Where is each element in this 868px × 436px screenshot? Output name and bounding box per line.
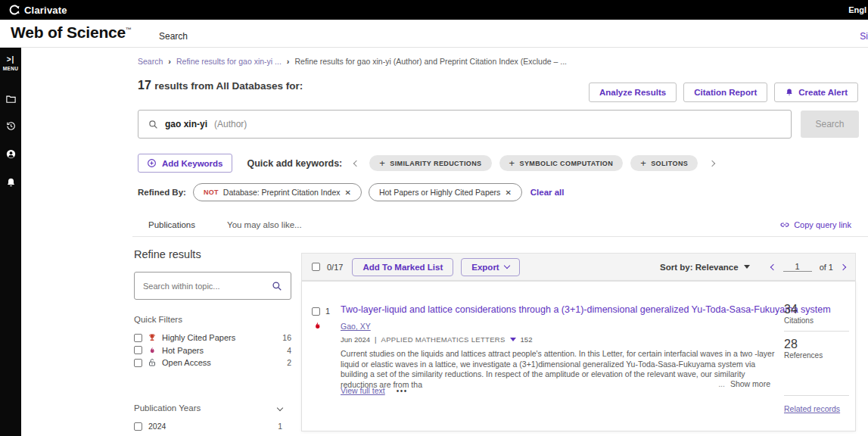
dropdown-triangle-icon <box>744 265 750 269</box>
publication-years-section[interactable]: Publication Years <box>134 403 282 413</box>
plus-circle-icon <box>147 158 157 168</box>
filter-hot-papers[interactable]: Hot Papers 4 <box>134 344 291 357</box>
more-options-button[interactable]: ••• <box>397 387 408 395</box>
menu-expand-icon: >| <box>7 55 15 64</box>
page-next-icon[interactable] <box>840 263 846 269</box>
show-more-link[interactable]: Show more <box>730 379 770 388</box>
sidebar-item-alerts[interactable] <box>0 177 21 188</box>
checkbox[interactable] <box>134 359 142 367</box>
search-query-input[interactable]: gao xin-yi (Author) <box>138 110 792 139</box>
sidebar-item-account[interactable] <box>0 148 21 160</box>
references-value[interactable]: 28 <box>784 338 849 351</box>
not-operator: NOT <box>204 188 219 196</box>
bell-icon <box>785 88 794 97</box>
selection-count: 0/17 <box>327 263 343 272</box>
record-journal[interactable]: APPLIED MATHEMATICS LETTERS <box>381 335 506 344</box>
citations-value[interactable]: 34 <box>784 303 849 316</box>
abstract-text: Current studies on the liquids and latti… <box>341 349 774 389</box>
journal-dropdown-icon[interactable] <box>510 338 516 341</box>
record-select: 1 <box>312 307 330 316</box>
refine-search-input[interactable] <box>143 282 272 291</box>
breadcrumb-refine-previous[interactable]: Refine results for gao xin-yi ... <box>176 57 282 66</box>
quick-filters-label: Quick Filters <box>134 315 291 324</box>
query-qualifier: (Author) <box>214 119 247 129</box>
checkbox[interactable] <box>134 346 142 354</box>
language-selector[interactable]: Engl <box>848 5 866 14</box>
add-keywords-button[interactable]: Add Keywords <box>138 154 232 173</box>
view-full-text-link[interactable]: View full text <box>341 386 385 395</box>
checkbox[interactable] <box>134 422 142 431</box>
add-to-marked-list-button[interactable]: Add To Marked List <box>352 258 453 276</box>
nav-tab-search[interactable]: Search <box>159 31 188 42</box>
search-icon <box>148 120 158 129</box>
page-previous-icon[interactable] <box>770 263 776 269</box>
filter-highly-cited-papers[interactable]: Highly Cited Papers 16 <box>134 332 291 344</box>
clarivate-brand-label: Clarivate <box>24 5 67 16</box>
clarivate-brand[interactable]: Clarivate <box>9 5 67 16</box>
folder-icon <box>5 93 17 104</box>
breadcrumb-search[interactable]: Search <box>138 57 163 66</box>
trophy-icon <box>148 333 157 342</box>
chevron-down-icon <box>503 263 509 269</box>
refined-by-label: Refined By: <box>138 188 186 197</box>
menu-label: MENU <box>3 66 19 71</box>
pagination: of 1 <box>771 262 845 272</box>
filter-count: 4 <box>287 346 291 355</box>
clarivate-logo-icon <box>9 5 20 15</box>
results-actions: Analyze Results Citation Report Create A… <box>589 83 858 102</box>
results-count: 17 <box>138 79 151 92</box>
sidebar-item-marked-list[interactable] <box>0 93 21 104</box>
record-author-link[interactable]: Gao, XY <box>341 322 371 331</box>
signin-link[interactable]: Si <box>860 31 868 42</box>
flame-icon <box>148 346 157 355</box>
record-position: 1 <box>325 307 330 316</box>
create-alert-label: Create Alert <box>798 88 848 97</box>
filter-open-access[interactable]: Open Access 2 <box>134 357 291 369</box>
breadcrumb-separator <box>287 57 290 66</box>
page-number-input[interactable] <box>783 262 812 272</box>
close-icon[interactable] <box>505 188 511 197</box>
filter-label: Hot Papers <box>162 346 204 355</box>
breadcrumb-current: Refine results for gao xin-yi (Author) a… <box>295 57 568 66</box>
publication-years-label: Publication Years <box>134 403 201 413</box>
select-all-checkbox[interactable] <box>312 263 320 271</box>
tab-publications[interactable]: Publications <box>148 220 195 229</box>
export-button[interactable]: Export <box>461 258 519 276</box>
copy-query-link[interactable]: Copy query link <box>779 220 851 230</box>
close-icon[interactable] <box>344 188 350 197</box>
clear-all-link[interactable]: Clear all <box>530 188 565 197</box>
search-icon[interactable] <box>272 281 282 291</box>
year-count: 1 <box>278 422 282 431</box>
citation-report-label: Citation Report <box>694 88 757 97</box>
analyze-results-button[interactable]: Analyze Results <box>589 83 677 102</box>
related-records-link[interactable]: Related records <box>784 404 840 413</box>
create-alert-button[interactable]: Create Alert <box>774 83 858 102</box>
sidebar-item-history[interactable] <box>0 120 21 132</box>
keyword-pill-symbolic-computation[interactable]: SYMBOLIC COMPUTATION <box>499 155 624 171</box>
search-button[interactable]: Search <box>801 111 859 138</box>
record-source-line: Jun 2024 | APPLIED MATHEMATICS LETTERS 1… <box>341 335 532 344</box>
related-records: Related records <box>784 395 849 415</box>
plus-icon <box>640 158 646 168</box>
result-record-card: 1 Two-layer-liquid and lattice considera… <box>301 281 856 431</box>
record-title-link[interactable]: Two-layer-liquid and lattice considerati… <box>341 304 779 315</box>
refine-search-box <box>134 272 291 300</box>
refinement-chip-label: Database: Preprint Citation Index <box>223 188 341 197</box>
menu-expand-button[interactable]: >| MENU <box>0 55 21 71</box>
history-icon <box>5 120 17 132</box>
plus-icon <box>509 158 515 168</box>
keyword-pill-solitons[interactable]: SOLITONS <box>630 155 698 171</box>
chevron-right-icon[interactable] <box>709 160 715 166</box>
record-metrics: 34 Citations 28 References <box>784 303 849 366</box>
chevron-left-icon[interactable] <box>353 160 359 166</box>
web-of-science-app: Clarivate Engl Web of Science™ Search Si… <box>0 0 868 436</box>
citation-report-button[interactable]: Citation Report <box>683 83 767 102</box>
record-checkbox[interactable] <box>312 307 320 316</box>
keyword-pill-similarity-reductions[interactable]: SIMILARITY REDUCTIONS <box>369 155 491 171</box>
sort-by-dropdown[interactable]: Sort by: Relevance <box>660 263 750 272</box>
wos-logo[interactable]: Web of Science™ <box>11 23 132 42</box>
filter-year-2024[interactable]: 2024 1 <box>134 422 282 431</box>
account-icon <box>5 148 17 160</box>
checkbox[interactable] <box>134 334 142 342</box>
tab-you-may-also-like[interactable]: You may also like... <box>227 220 302 229</box>
